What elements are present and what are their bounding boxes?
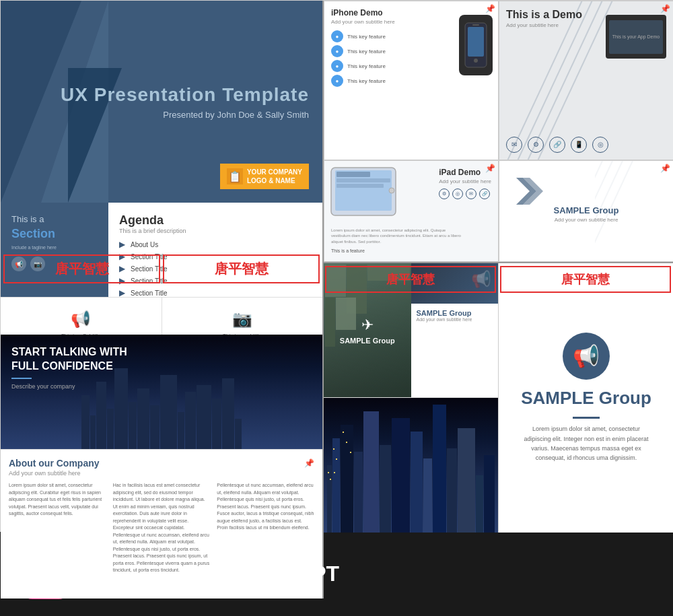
about-sub: Add your own subtitle here [9,470,314,477]
agenda-arrow-2: ▶ [119,252,125,261]
agenda-label-5: Section Title [131,289,167,297]
feat-icon-4: ● [331,75,343,87]
main-container: UX Presentation Template Presented by Jo… [0,0,673,616]
section-top: This is a Section Include a tagline here… [1,203,322,297]
arrow-decoration [513,174,546,211]
agenda-arrow-4: ▶ [119,276,125,285]
lb-5 [363,411,379,533]
app-demo-slide: 📌 This is a Demo Add your subtitle here … [499,1,673,160]
demo-icon-1: ✉ [506,137,522,153]
company-badge: 📋 YOUR COMPANY LOGO & NAME [220,164,309,189]
ipad-svg [330,166,397,217]
ipad-feature-text: This is a feature [331,248,365,254]
agenda-arrow-5: ▶ [119,288,125,298]
building-11 [185,392,196,449]
svg-rect-1 [468,27,484,57]
agenda-item-2: ▶ Section Title [119,252,312,261]
sample-title-city-1: SAMPLE Group [340,337,395,345]
sample-2-sub: Add your own subtitle here [417,317,493,322]
svg-rect-6 [336,172,370,177]
bottom-right-area: ✈ SAMPLE Group 📢 SAMPLE Group [324,263,673,533]
sample-large-icon-circle: 📢 [563,333,610,380]
feature-camera: 📷 This is a subtitle [162,298,323,335]
lb-3 [341,425,353,533]
about-text-cols: Lorem ipsum dolor sit amet, consectetur … [9,482,314,574]
stripe-3 [499,1,606,160]
agenda-arrow-3: ▶ [119,264,125,273]
agenda-title: Agenda [119,213,312,228]
about-pin-icon: 📌 [304,458,314,468]
ipad-sub: Add your subtitle here [439,178,491,184]
iphone-demo-slide: 📌 iPhone Demo Add your own subtitle here [324,1,499,160]
agenda-label-1: About Us [131,241,158,248]
right-column: 📌 iPhone Demo Add your own subtitle here [324,1,673,533]
sample-overlay-1: ✈ SAMPLE Group [324,263,411,397]
arrow-svg [513,174,546,208]
feat-label-3: This key feature [347,63,386,69]
lw-2 [330,479,331,480]
pin-icon-1: 📌 [485,4,495,13]
section-icon-2: 📷 [30,256,45,271]
demo-icon-5: ◎ [592,137,608,153]
preview-area: UX Presentation Template Presented by Jo… [0,0,673,532]
company-line1: YOUR COMPANY [247,168,302,176]
sample-group-2: 📢 SAMPLE Group Add your own subtitle her… [411,263,499,397]
svg-rect-3 [472,24,479,26]
sample-bg-icon: 📢 [471,270,491,289]
lw-7 [346,442,347,443]
section-label: This is a Section [11,213,98,242]
about-col-1: Lorem ipsum dolor sit amet, consectetur … [9,482,106,574]
megaphone-icon: 📢 [71,310,91,329]
svg-rect-8 [336,184,384,188]
lw-6 [343,432,344,433]
city-night-large [324,398,498,533]
stripe-2 [499,1,596,160]
lb-9 [423,458,432,533]
agenda-arrow-1: ▶ [119,240,125,249]
iphone-feat-4: ● This key feature [331,75,491,87]
slide-title-text: UX Presentation Template [61,84,309,106]
company-line2: LOGO & NAME [247,176,302,185]
lb-12 [458,428,475,533]
company-icon: 📋 [227,168,243,184]
br-top-panels: ✈ SAMPLE Group 📢 SAMPLE Group [324,263,498,398]
company-slide: START TALKING WITH FULL CONFIDENCE Descr… [1,335,322,449]
building-1 [81,395,90,449]
svg-point-2 [474,59,478,63]
demo-icon-3: 🔗 [549,137,565,153]
feat-label-4: This key feature [347,78,386,84]
left-bottom-area: This is a Section Include a tagline here… [1,203,322,598]
about-col-3: Pellentesque ut nunc accumsan, eleifend … [217,482,314,574]
svg-rect-7 [336,178,390,182]
feat-icon-1: ● [331,30,343,42]
title-slide: UX Presentation Template Presented by Jo… [1,1,322,203]
section-include: Include a tagline here [11,245,98,250]
lw-4 [336,458,337,460]
sample-large-desc: Lorem ipsum dolor sit amet, consectetur … [519,424,653,463]
sample-2-title: SAMPLE Group [417,309,493,317]
stripe-decoration [499,1,673,160]
feature-megaphone: 📢 This is a Subtitle [1,298,162,335]
agenda-item-5: ▶ Section Title [119,288,312,298]
sample-group-slide-1: 📌 SAMPLE Group Add your own subtitle her… [499,160,673,263]
demo-icon-2: ⚙ [528,137,544,153]
company-text: YOUR COMPANY LOGO & NAME [247,168,302,185]
lb-7 [392,418,410,533]
sample-large-title: SAMPLE Group [521,388,651,409]
building-4 [107,409,114,449]
about-col-2: Hac in facilisis lacus est amet consecte… [113,482,211,574]
lb-2 [332,438,340,533]
lw-8 [350,452,351,453]
agenda-label-3: Section Title [131,265,167,273]
ipad-icon-2: ◎ [452,189,463,199]
title-divider [11,378,32,379]
section-mini-icons: 📢 📷 [11,256,98,271]
ipad-mockup [330,166,397,217]
ipad-desc-text: Lorem ipsum dolor sit amet, consectetur … [331,228,466,244]
svg-point-9 [389,188,394,193]
building-15 [235,419,242,449]
company-main-title: START TALKING WITH FULL CONFIDENCE [11,345,146,374]
lw-3 [333,448,334,450]
feat-label-2: This key feature [347,48,386,55]
company-content: START TALKING WITH FULL CONFIDENCE Descr… [1,335,322,401]
